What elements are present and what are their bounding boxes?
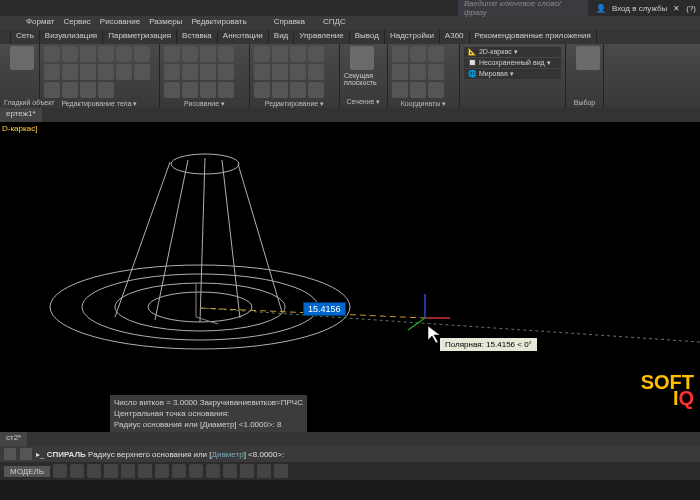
help-icon[interactable]: ✕ xyxy=(673,4,680,13)
tool-icon[interactable] xyxy=(218,46,234,62)
tool-icon[interactable] xyxy=(80,64,96,80)
tool-icon[interactable] xyxy=(200,46,216,62)
tool-icon[interactable] xyxy=(116,46,132,62)
tool-icon[interactable] xyxy=(272,64,288,80)
tool-icon[interactable] xyxy=(62,64,78,80)
tool-icon[interactable] xyxy=(200,82,216,98)
tool-icon[interactable] xyxy=(410,82,426,98)
cmd-option-link[interactable]: Диаметр xyxy=(212,450,244,459)
panel-label[interactable] xyxy=(464,104,561,106)
tool-icon[interactable] xyxy=(428,82,444,98)
tool-icon[interactable] xyxy=(62,46,78,62)
tool-icon[interactable] xyxy=(392,46,408,62)
ribbon-tab[interactable]: Сеть xyxy=(11,30,40,44)
cycling-icon[interactable] xyxy=(206,464,220,478)
ucs-dropdown[interactable]: 🌐 Мировая ▾ xyxy=(464,69,561,79)
tool-icon[interactable] xyxy=(164,82,180,98)
menu-item[interactable]: Размеры xyxy=(145,16,186,30)
ribbon-tab[interactable]: Вывод xyxy=(350,30,385,44)
annotation-icon[interactable] xyxy=(274,464,288,478)
ribbon-tab[interactable]: Управление xyxy=(294,30,349,44)
tool-icon[interactable] xyxy=(254,64,270,80)
ribbon-tab[interactable]: Параметризация xyxy=(103,30,177,44)
dimension-input[interactable]: 15.4156 xyxy=(303,302,346,316)
ducs-icon[interactable] xyxy=(240,464,254,478)
menu-item[interactable] xyxy=(252,16,260,30)
tool-icon[interactable] xyxy=(254,82,270,98)
tool-icon[interactable] xyxy=(428,64,444,80)
ribbon-tab[interactable]: Вид xyxy=(269,30,294,44)
menu-item[interactable] xyxy=(4,16,12,30)
tool-icon[interactable] xyxy=(272,82,288,98)
lwt-toggle-icon[interactable] xyxy=(172,464,186,478)
tool-icon[interactable] xyxy=(164,46,180,62)
tool-icon[interactable] xyxy=(308,82,324,98)
panel-label[interactable]: Редактирование тела ▾ xyxy=(44,98,155,108)
tool-icon[interactable] xyxy=(182,82,198,98)
ribbon-tab[interactable]: Аннотации xyxy=(218,30,269,44)
grid-toggle-icon[interactable] xyxy=(53,464,67,478)
tool-icon[interactable] xyxy=(116,64,132,80)
menu-item[interactable]: Рисование xyxy=(96,16,144,30)
visual-style-dropdown[interactable]: 📐 2D-каркас ▾ xyxy=(464,47,561,57)
tool-icon[interactable] xyxy=(44,46,60,62)
tool-icon[interactable] xyxy=(98,46,114,62)
ribbon-tab[interactable]: Рекомендованные приложения xyxy=(470,30,597,44)
ortho-toggle-icon[interactable] xyxy=(87,464,101,478)
tool-icon[interactable] xyxy=(44,64,60,80)
tool-icon[interactable] xyxy=(164,64,180,80)
menu-item[interactable] xyxy=(13,16,21,30)
tool-icon[interactable] xyxy=(290,46,306,62)
ribbon-tab[interactable]: Визуализация xyxy=(40,30,103,44)
dyn-toggle-icon[interactable] xyxy=(155,464,169,478)
model-space-button[interactable]: МОДЕЛЬ xyxy=(4,466,50,477)
tool-icon[interactable] xyxy=(254,46,270,62)
menu-item[interactable]: Редактировать xyxy=(187,16,250,30)
login-link[interactable]: Вход в службы xyxy=(612,4,667,13)
menu-item[interactable]: Формат xyxy=(22,16,58,30)
tool-icon[interactable] xyxy=(134,46,150,62)
tool-icon[interactable] xyxy=(392,64,408,80)
layout-tab[interactable]: ст2* xyxy=(0,432,27,446)
ribbon-tab[interactable]: Вставка xyxy=(177,30,218,44)
document-tab[interactable]: ертеж1* xyxy=(0,108,42,122)
tool-icon[interactable] xyxy=(308,46,324,62)
gizmo-icon[interactable] xyxy=(257,464,271,478)
tool-icon[interactable] xyxy=(290,64,306,80)
tool-icon[interactable] xyxy=(272,46,288,62)
tool-icon[interactable] xyxy=(44,82,60,98)
panel-label[interactable]: Сечение ▾ xyxy=(344,96,383,106)
panel-label[interactable]: Рисование ▾ xyxy=(164,98,245,108)
polar-toggle-icon[interactable] xyxy=(104,464,118,478)
command-line[interactable]: ▸_ СПИРАЛЬ Радиус верхнего основания или… xyxy=(0,446,700,462)
panel-label[interactable]: Координаты ▾ xyxy=(392,98,455,108)
tool-icon[interactable] xyxy=(392,82,408,98)
osnap-toggle-icon[interactable] xyxy=(121,464,135,478)
tool-icon[interactable] xyxy=(182,64,198,80)
tool-icon[interactable] xyxy=(428,46,444,62)
menu-item[interactable] xyxy=(310,16,318,30)
otrack-toggle-icon[interactable] xyxy=(138,464,152,478)
tool-icon[interactable] xyxy=(62,82,78,98)
ribbon-tab[interactable]: Надстройки xyxy=(385,30,440,44)
tool-icon[interactable] xyxy=(200,64,216,80)
tool-icon[interactable] xyxy=(98,64,114,80)
close-cmd-icon[interactable] xyxy=(4,448,16,460)
tool-icon[interactable] xyxy=(182,46,198,62)
tool-icon[interactable] xyxy=(134,64,150,80)
ribbon-tab[interactable] xyxy=(0,30,11,44)
ribbon-tab[interactable]: A360 xyxy=(440,30,470,44)
smooth-object-icon[interactable] xyxy=(10,46,34,70)
tool-icon[interactable] xyxy=(308,64,324,80)
panel-label[interactable]: Редактирование ▾ xyxy=(254,98,335,108)
menu-item[interactable]: Сервис xyxy=(59,16,94,30)
snap-toggle-icon[interactable] xyxy=(70,464,84,478)
tool-icon[interactable] xyxy=(80,46,96,62)
tool-icon[interactable] xyxy=(410,64,426,80)
3dosnap-icon[interactable] xyxy=(223,464,237,478)
menu-item[interactable] xyxy=(261,16,269,30)
tool-icon[interactable] xyxy=(218,82,234,98)
menu-item[interactable]: Справка xyxy=(270,16,309,30)
drawing-viewport[interactable]: D-каркас] xyxy=(0,122,700,432)
tool-icon[interactable] xyxy=(410,46,426,62)
